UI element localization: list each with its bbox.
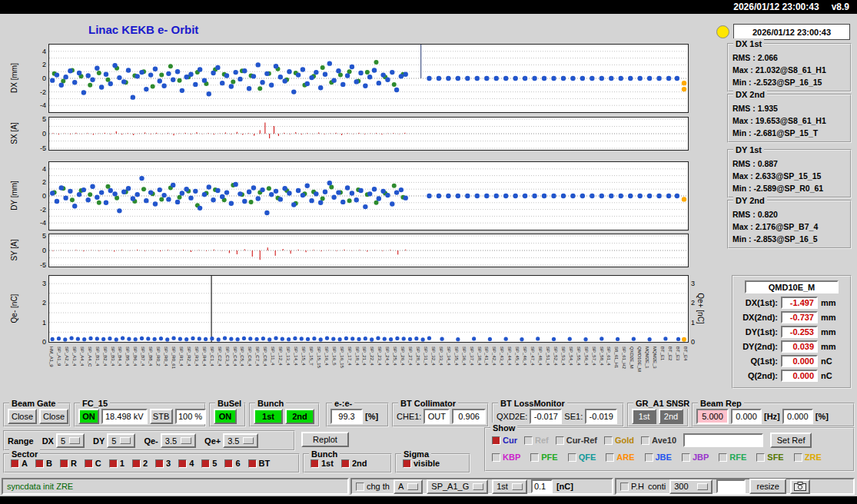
bunch-dropdown[interactable]: 1st <box>492 479 527 494</box>
stats-panel: DX 1stRMS : 2.066Max : 21.032@S8_61_H1Mi… <box>727 43 852 249</box>
checkbox-indicator <box>178 459 187 468</box>
svg-text:3: 3 <box>42 280 46 287</box>
sector-a-checkbox[interactable]: A <box>11 459 28 468</box>
monitor-row-unit: nC <box>821 371 832 380</box>
sy-steering-plot: 50-5 <box>48 234 689 267</box>
busel-on-button[interactable]: ON <box>214 409 237 424</box>
show-kbp-checkbox[interactable]: KBP <box>492 453 520 462</box>
x-axis-label: SP_C4_4 <box>232 346 238 366</box>
checkbox-indicator <box>60 459 68 468</box>
bunch-filter-items: 1st2nd <box>311 459 367 468</box>
sector-r-checkbox[interactable]: R <box>60 459 77 468</box>
ref-name-input[interactable] <box>683 433 763 447</box>
x-axis-label: SP_C6_4 <box>247 346 252 366</box>
sector-3-checkbox[interactable]: 3 <box>155 459 171 468</box>
checkbox-indicator <box>132 459 141 468</box>
show-zre-checkbox[interactable]: ZRE <box>794 453 822 462</box>
show-group: Show CurRefCur-RefGoldAve10 Set Ref KBPP… <box>484 427 855 472</box>
charge-plot: 32103210 <box>48 275 689 343</box>
x-axis-label: QXD2E_M <box>629 346 634 369</box>
show-sfe-checkbox[interactable]: SFE <box>756 453 783 462</box>
x-axis-label: SP_16_15 <box>339 346 344 368</box>
sector-bt-checkbox[interactable]: BT <box>248 459 271 468</box>
x-axis-label: SP_A4_C <box>87 346 92 366</box>
show-rfe-checkbox[interactable]: RFE <box>719 453 746 462</box>
se1-label: SE1: <box>564 412 583 421</box>
sector-b-checkbox[interactable]: B <box>35 459 52 468</box>
svg-text:4: 4 <box>42 48 46 55</box>
range-qe--label: Qe- <box>144 436 158 446</box>
checkbox-label: 4 <box>189 459 194 468</box>
x-axis-label: SP_11_4 <box>270 346 275 365</box>
device-dropdown[interactable]: SP_A1_G <box>427 479 488 494</box>
beam-gate-close1-button[interactable]: Close <box>8 409 37 424</box>
sector-label: Sector <box>9 449 40 459</box>
range-qe--dropdown[interactable]: 3.5 <box>161 433 196 448</box>
chg-th-checkbox[interactable]: chg th <box>356 482 390 491</box>
resize-button[interactable]: resize <box>749 479 786 494</box>
ph-checkbox[interactable]: P.H <box>620 482 644 491</box>
gr-a1-1st-button[interactable]: 1st <box>632 409 656 424</box>
checkbox-label: Cur-Ref <box>566 436 597 445</box>
x-axis-label: SP_26_4 <box>400 346 405 366</box>
show-gold-checkbox[interactable]: Gold <box>604 436 634 445</box>
show-jbe-checkbox[interactable]: JBE <box>645 453 672 462</box>
fc15-stb-button[interactable]: STB <box>150 409 173 424</box>
checkbox-label: visible <box>414 459 440 468</box>
show-cur-checkbox[interactable]: Cur <box>492 436 517 445</box>
blank-field[interactable] <box>716 479 746 493</box>
x-axis-label: SP_17_4 <box>347 346 352 366</box>
checkbox-label: Gold <box>615 436 634 445</box>
show-jbp-checkbox[interactable]: JBP <box>682 453 709 462</box>
range-dy-dropdown[interactable]: 5 <box>107 433 135 448</box>
beam-rep-hz-unit: [Hz] <box>764 412 780 421</box>
x-axis-label: SP_46_4 <box>522 346 527 366</box>
monitor-row-value: -0.253 <box>781 326 818 338</box>
sector-c-checkbox[interactable]: C <box>85 459 101 468</box>
checkbox-label: 2nd <box>352 459 367 468</box>
x-axis-label: SP_R4_4 <box>201 346 207 366</box>
x-axis-label: SP_15_4 <box>301 346 306 366</box>
monitor-row-unit: mm <box>821 313 836 322</box>
checkbox-label: 3 <box>166 459 171 468</box>
show-ref-checkbox[interactable]: Ref <box>524 436 549 445</box>
bunch-2nd-checkbox[interactable]: 2nd <box>341 459 367 468</box>
bunch-1st-checkbox[interactable]: 1st <box>311 459 334 468</box>
beam-gate-close2-button[interactable]: Close <box>39 409 68 424</box>
nc-unit-label: [nC] <box>556 482 573 491</box>
sector-6-checkbox[interactable]: 6 <box>224 459 240 468</box>
fc15-on-button[interactable]: ON <box>78 409 99 424</box>
show-pfe-checkbox[interactable]: PFE <box>530 453 557 462</box>
sector-4-checkbox[interactable]: 4 <box>178 459 194 468</box>
show-ave10-checkbox[interactable]: Ave10 <box>641 436 676 445</box>
checkbox-label: BT <box>259 459 271 468</box>
sector-1-checkbox[interactable]: 1 <box>109 459 125 468</box>
stat-line: Max : 2.633@SP_15_15 <box>732 170 847 182</box>
monitor-row-value: -1.497 <box>781 297 818 309</box>
replot-button[interactable]: Replot <box>301 432 349 447</box>
bunch-1st-button[interactable]: 1st <box>254 409 283 424</box>
interval-dropdown[interactable]: 300 <box>669 479 713 494</box>
beam-rep-pct-unit: [%] <box>815 412 829 421</box>
monitor-row: DY(1st):-0.253mm <box>735 326 847 338</box>
device-dropdown-value: SP_A1_G <box>431 482 469 491</box>
mode-dropdown[interactable]: A <box>394 479 423 494</box>
checkbox-label: 1st <box>321 459 334 468</box>
show-are-checkbox[interactable]: ARE <box>606 453 634 462</box>
gr-a1-2nd-button[interactable]: 2nd <box>659 409 683 424</box>
range-qe--dropdown[interactable]: 3.5 <box>223 433 258 448</box>
sigma-visible-checkbox[interactable]: visible <box>403 459 440 468</box>
snapshot-button[interactable] <box>790 479 810 494</box>
set-ref-button[interactable]: Set Ref <box>770 433 812 448</box>
monitor-row-label: Q(2nd): <box>735 371 778 380</box>
dropdown-indicator <box>243 437 254 444</box>
bunch-2nd-button[interactable]: 2nd <box>285 409 314 424</box>
x-axis-label: SP_57_4 <box>591 346 596 366</box>
show-qfe-checkbox[interactable]: QFE <box>568 453 596 462</box>
threshold-input[interactable] <box>531 479 553 493</box>
range-dx-dropdown[interactable]: 5 <box>56 433 85 448</box>
monitor-row-unit: mm <box>821 327 836 337</box>
sector-5-checkbox[interactable]: 5 <box>201 459 217 468</box>
show-cur-ref-checkbox[interactable]: Cur-Ref <box>556 436 597 445</box>
sector-2-checkbox[interactable]: 2 <box>132 459 148 468</box>
